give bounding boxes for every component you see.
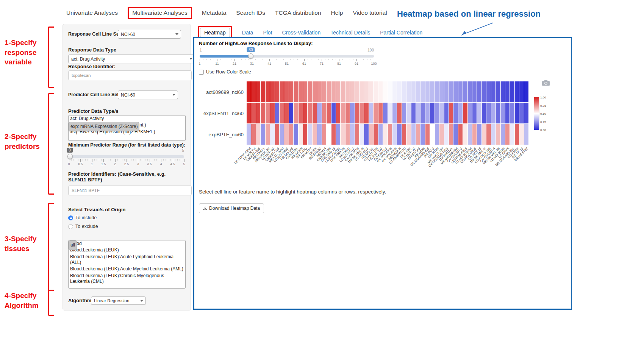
- heatmap-cell[interactable]: [416, 124, 420, 145]
- heatmap-cell[interactable]: [411, 103, 416, 123]
- heatmap-cell[interactable]: [369, 124, 373, 145]
- listbox-option[interactable]: Blood:Leukemia (LEUK): [69, 247, 185, 253]
- heatmap-cell[interactable]: [360, 81, 364, 102]
- heatmap-cell[interactable]: [256, 81, 260, 102]
- heatmap-cell[interactable]: [519, 124, 524, 145]
- nav-item-5[interactable]: TCGA distribution: [275, 8, 321, 18]
- nav-item-4[interactable]: Search IDs: [236, 8, 265, 18]
- heatmap-cell[interactable]: [256, 103, 260, 123]
- heatmap-cell[interactable]: [392, 124, 397, 145]
- radio-icon[interactable]: [68, 224, 73, 229]
- heatmap-cell[interactable]: [468, 124, 472, 145]
- heatmap-cell[interactable]: [392, 103, 397, 123]
- heatmap-cell[interactable]: [266, 124, 270, 145]
- heatmap-cell[interactable]: [477, 103, 481, 123]
- heatmap-cell[interactable]: [402, 124, 406, 145]
- heatmap-cell[interactable]: [430, 103, 434, 123]
- heatmap-cell[interactable]: [425, 81, 430, 102]
- heatmap-cell[interactable]: [322, 124, 326, 145]
- heatmap-cell[interactable]: [289, 81, 293, 102]
- heatmap-cell[interactable]: [486, 103, 491, 123]
- heatmap-cell[interactable]: [463, 81, 467, 102]
- heatmap-cell[interactable]: [482, 81, 486, 102]
- heatmap-cell[interactable]: [341, 81, 345, 102]
- listbox-option[interactable]: Blood: [69, 240, 185, 247]
- tab-data[interactable]: Data: [242, 30, 253, 36]
- heatmap-cell[interactable]: [430, 81, 434, 102]
- heatmap-cell[interactable]: [402, 103, 406, 123]
- heatmap-cell[interactable]: [289, 103, 293, 123]
- heatmap-cell[interactable]: [355, 81, 359, 102]
- heatmap-cell[interactable]: [496, 103, 500, 123]
- heatmap-cell[interactable]: [270, 103, 274, 123]
- heatmap-cell[interactable]: [331, 124, 336, 145]
- heatmap-cell[interactable]: [463, 103, 467, 123]
- heatmap-cell[interactable]: [420, 81, 425, 102]
- tissue-exclude-radio[interactable]: To exclude: [68, 224, 98, 229]
- listbox-option[interactable]: act: Drug Activity: [69, 115, 185, 122]
- heatmap-cell[interactable]: [294, 124, 298, 145]
- heatmap-cell[interactable]: [477, 81, 481, 102]
- heatmap-cell[interactable]: [308, 124, 312, 145]
- heatmap-cell[interactable]: [430, 124, 434, 145]
- response-identifier-input[interactable]: topotecan: [68, 70, 192, 80]
- heatmap-cell[interactable]: [322, 103, 326, 123]
- heatmap-cell[interactable]: [336, 124, 340, 145]
- heatmap-cell[interactable]: [317, 81, 321, 102]
- heatmap-cell[interactable]: [453, 81, 458, 102]
- heatmap-cell[interactable]: [331, 103, 336, 123]
- heatmap-cell[interactable]: [453, 124, 458, 145]
- heatmap-cell[interactable]: [247, 103, 251, 123]
- heatmap-cell[interactable]: [299, 124, 303, 145]
- heatmap-cell[interactable]: [402, 81, 406, 102]
- listbox-option[interactable]: Blood:Leukemia (LEUK):Chronic Myelogenou…: [69, 273, 185, 285]
- checkbox-icon[interactable]: [199, 70, 204, 75]
- heatmap-cell[interactable]: [458, 103, 463, 123]
- heatmap-cell[interactable]: [411, 81, 416, 102]
- heatmap-cell[interactable]: [350, 103, 354, 123]
- heatmap-cell[interactable]: [341, 124, 345, 145]
- nav-item-3[interactable]: Metadata: [202, 8, 227, 18]
- heatmap-cell[interactable]: [294, 81, 298, 102]
- heatmap-cell[interactable]: [524, 124, 528, 145]
- heatmap-cell[interactable]: [327, 124, 331, 145]
- heatmap-cell[interactable]: [510, 124, 514, 145]
- heatmap-cell[interactable]: [360, 103, 364, 123]
- nav-item-1[interactable]: Univariate Analyses: [66, 8, 118, 18]
- heatmap-cell[interactable]: [477, 124, 481, 145]
- heatmap-cell[interactable]: [486, 81, 491, 102]
- heatmap-cell[interactable]: [270, 81, 274, 102]
- heatmap-cell[interactable]: [439, 124, 444, 145]
- response-data-type-select[interactable]: act: Drug Activity: [68, 55, 195, 63]
- heatmap-cell[interactable]: [251, 103, 255, 123]
- heatmap-cell[interactable]: [280, 124, 284, 145]
- tissue-include-radio[interactable]: To include: [68, 215, 97, 220]
- heatmap-cell[interactable]: [505, 103, 510, 123]
- heatmap-cell[interactable]: [501, 81, 505, 102]
- heatmap-cell[interactable]: [364, 81, 368, 102]
- heatmap-cell[interactable]: [472, 81, 477, 102]
- heatmap-cell[interactable]: [510, 81, 514, 102]
- heatmap-cell[interactable]: [322, 81, 326, 102]
- heatmap-cell[interactable]: [355, 124, 359, 145]
- predictor-identifiers-input[interactable]: SLFN11 BPTF: [68, 186, 192, 195]
- heatmap-row-label[interactable]: act609699_nci60: [194, 89, 244, 95]
- heatmap-cell[interactable]: [425, 103, 430, 123]
- lines-to-display-slider[interactable]: 1 100 30 1112131415161718191100: [200, 47, 374, 69]
- heatmap-cell[interactable]: [444, 103, 449, 123]
- heatmap-cell[interactable]: [388, 81, 392, 102]
- listbox-option[interactable]: Blood:Leukemia (LEUK):Acute Myeloid Leuk…: [69, 266, 185, 272]
- heatmap-cell[interactable]: [420, 124, 425, 145]
- tab-cross-validation[interactable]: Cross-Validation: [282, 30, 321, 36]
- heatmap-cell[interactable]: [336, 81, 340, 102]
- listbox-option[interactable]: Blood:Leukemia (LEUK):Acute Lymphoid Leu…: [69, 254, 185, 266]
- heatmap-cell[interactable]: [439, 81, 444, 102]
- heatmap-cell[interactable]: [364, 124, 368, 145]
- heatmap-cell[interactable]: [341, 103, 345, 123]
- listbox-option[interactable]: all: [69, 240, 77, 250]
- tab-technical-details[interactable]: Technical Details: [330, 30, 370, 36]
- heatmap-cell[interactable]: [251, 81, 255, 102]
- heatmap-cell[interactable]: [345, 103, 350, 123]
- heatmap-cell[interactable]: [303, 124, 307, 145]
- heatmap-cell[interactable]: [369, 81, 373, 102]
